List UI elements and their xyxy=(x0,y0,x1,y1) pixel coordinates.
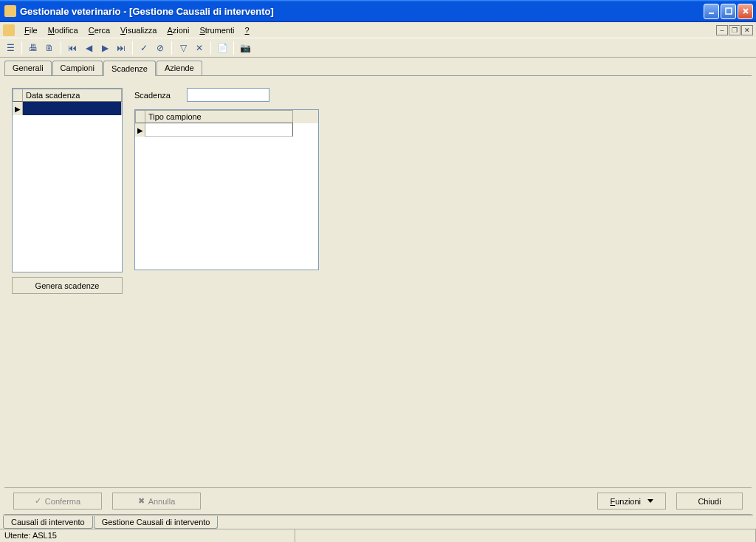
svg-rect-1 xyxy=(726,8,732,14)
last-icon[interactable]: ⏭ xyxy=(114,41,128,55)
mdi-tab-gestione[interactable]: Gestione Causali di intervento xyxy=(94,516,219,529)
dropdown-arrow-icon xyxy=(647,499,653,503)
print-icon[interactable]: 🖶 xyxy=(26,41,41,55)
scadenza-label: Scadenza xyxy=(134,91,171,100)
maximize-button[interactable] xyxy=(721,4,736,19)
row-indicator-icon: ▶ xyxy=(13,102,23,115)
next-icon[interactable]: ▶ xyxy=(97,41,112,55)
chiudi-button[interactable]: Chiudi xyxy=(676,493,743,510)
preview-icon[interactable]: 🗎 xyxy=(42,41,57,55)
menu-help[interactable]: ? xyxy=(239,24,254,36)
annulla-label: Annulla xyxy=(148,497,176,506)
doc-icon[interactable]: 📄 xyxy=(215,41,230,55)
chiudi-label: Chiudi xyxy=(698,497,721,506)
status-user: Utente: ASL15 xyxy=(0,529,295,542)
menu-strumenti[interactable]: Strumenti xyxy=(194,24,239,36)
check-icon: ✓ xyxy=(35,496,41,506)
confirm-icon[interactable]: ✓ xyxy=(137,41,151,55)
grid-cell[interactable] xyxy=(145,123,293,137)
status-empty xyxy=(295,529,756,542)
tree-icon[interactable]: ☰ xyxy=(3,41,18,55)
app-icon xyxy=(4,5,16,17)
prev-icon[interactable]: ◀ xyxy=(81,41,96,55)
tab-row: Generali Campioni Scadenze Aziende xyxy=(0,58,756,75)
first-icon[interactable]: ⏮ xyxy=(65,41,80,55)
grid-data-scadenza[interactable]: Data scadenza ▶ xyxy=(12,88,123,272)
svg-rect-0 xyxy=(709,13,714,14)
funzioni-label: unzioni xyxy=(615,497,641,506)
button-bar: ✓ Conferma ✖ Annulla Funzioni Chiudi xyxy=(4,487,752,515)
titlebar: Gestionale veterinario - [Gestione Causa… xyxy=(0,0,756,22)
mdi-tabs: Causali di intervento Gestione Causali d… xyxy=(0,515,756,529)
menu-modifica[interactable]: Modifica xyxy=(43,24,83,36)
camera-icon[interactable]: 📷 xyxy=(238,41,252,55)
annulla-button[interactable]: ✖ Annulla xyxy=(112,493,201,510)
mdi-tab-causali[interactable]: Causali di intervento xyxy=(3,516,93,529)
col-tipo-campione[interactable]: Tipo campione xyxy=(145,110,293,123)
conferma-button[interactable]: ✓ Conferma xyxy=(13,493,102,510)
statusbar: Utente: ASL15 xyxy=(0,529,756,542)
cancel-icon[interactable]: ⊘ xyxy=(153,41,168,55)
menu-azioni[interactable]: Azioni xyxy=(162,24,194,36)
window-title: Gestionale veterinario - [Gestione Causa… xyxy=(20,6,704,17)
col-data-scadenza[interactable]: Data scadenza xyxy=(23,89,122,102)
menubar: File Modifica Cerca Visualizza Azioni St… xyxy=(0,22,756,38)
menu-file[interactable]: File xyxy=(19,24,43,36)
menu-cerca[interactable]: Cerca xyxy=(83,24,115,36)
menu-visualizza[interactable]: Visualizza xyxy=(115,24,162,36)
genera-scadenze-button[interactable]: Genera scadenze xyxy=(12,277,123,294)
mdi-close-button[interactable]: ✕ xyxy=(741,25,753,35)
minimize-button[interactable] xyxy=(704,4,719,19)
row-indicator-icon: ▶ xyxy=(135,123,145,137)
mdi-minimize-button[interactable]: – xyxy=(716,25,728,35)
mdi-restore-button[interactable]: ❐ xyxy=(729,25,740,35)
clear-filter-icon[interactable]: ✕ xyxy=(192,41,207,55)
grid-cell[interactable] xyxy=(23,102,122,115)
grid-tipo-campione[interactable]: Tipo campione ▶ xyxy=(134,109,319,270)
tab-content: Data scadenza ▶ Genera scadenze Scadenza… xyxy=(0,76,756,306)
close-button[interactable] xyxy=(738,4,753,19)
conferma-label: Conferma xyxy=(45,497,80,506)
tab-scadenze[interactable]: Scadenze xyxy=(103,61,156,76)
cancel-icon: ✖ xyxy=(138,496,145,506)
scadenza-input[interactable] xyxy=(187,88,269,102)
filter-icon[interactable]: ▽ xyxy=(176,41,190,55)
tab-generali[interactable]: Generali xyxy=(4,61,52,75)
funzioni-button[interactable]: Funzioni xyxy=(597,493,666,510)
tab-campioni[interactable]: Campioni xyxy=(52,61,103,75)
tab-aziende[interactable]: Aziende xyxy=(157,61,202,75)
form-icon xyxy=(3,24,15,36)
toolbar: ☰ 🖶 🗎 ⏮ ◀ ▶ ⏭ ✓ ⊘ ▽ ✕ 📄 📷 xyxy=(0,38,756,58)
